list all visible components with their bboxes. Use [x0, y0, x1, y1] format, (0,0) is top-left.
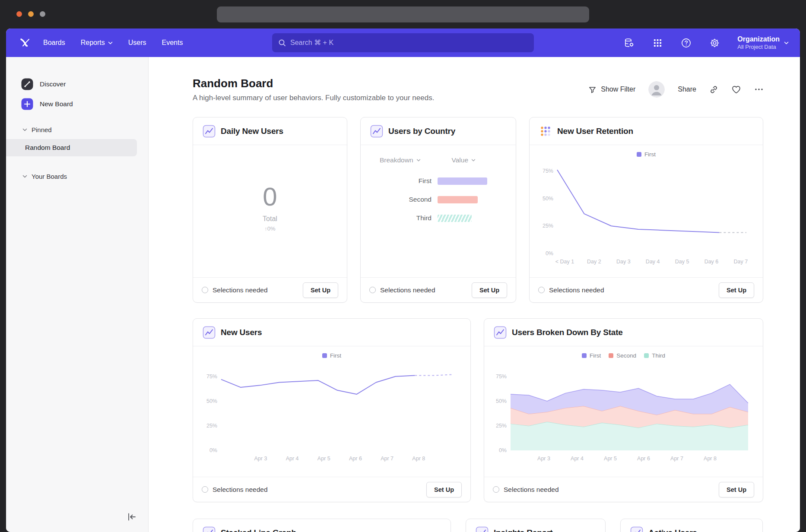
legend-swatch: [322, 353, 327, 358]
line-chart-icon: [630, 526, 643, 532]
empty-circle-icon: [202, 486, 208, 493]
chart-legend: First: [530, 151, 763, 158]
set-up-button[interactable]: Set Up: [719, 282, 754, 298]
help-icon[interactable]: [680, 37, 692, 48]
card-body: FirstSecondThird 75%50%25%0%Apr 3Apr 4Ap…: [484, 346, 763, 477]
svg-text:0%: 0%: [546, 250, 553, 256]
set-up-button[interactable]: Set Up: [472, 282, 507, 298]
legend-item: Third: [644, 352, 665, 359]
nav-label-events: Events: [162, 39, 183, 47]
by-state-chart: 75%50%25%0%Apr 3Apr 4Apr 5Apr 6Apr 7Apr …: [492, 361, 756, 463]
more-options-button[interactable]: [754, 85, 764, 94]
status-selections-needed: Selections needed: [202, 286, 268, 294]
show-filter-button[interactable]: Show Filter: [588, 86, 635, 94]
card-footer: Selections needed Set Up: [530, 277, 763, 302]
zoom-window-button[interactable]: [40, 11, 45, 17]
line-chart-icon: [476, 526, 489, 532]
card-title: Stacked Line Graph: [221, 528, 296, 532]
address-bar[interactable]: [217, 6, 589, 22]
nav-label-users: Users: [128, 39, 146, 47]
chevron-down-icon: [784, 41, 789, 44]
svg-text:Apr 6: Apr 6: [349, 456, 362, 462]
retention-chart: 75%50%25%0%< Day 1Day 2Day 3Day 4Day 5Da…: [538, 159, 754, 266]
nav-item-users[interactable]: Users: [128, 39, 146, 47]
chevron-down-icon: [22, 175, 27, 178]
metric-label: Total: [263, 215, 277, 223]
org-name: Organization: [737, 35, 780, 44]
card-footer: Selections needed Set Up: [484, 477, 763, 502]
collapse-sidebar-button[interactable]: [127, 512, 137, 523]
org-project-switcher[interactable]: Organization All Project Data: [737, 35, 789, 51]
board-content: Random Board A high-level summary of use…: [149, 57, 800, 532]
traffic-lights: [16, 11, 45, 17]
svg-text:Apr 7: Apr 7: [670, 456, 683, 462]
user-avatar-icon: [648, 81, 665, 98]
card-title: New User Retention: [557, 127, 633, 136]
set-up-button[interactable]: Set Up: [719, 482, 754, 497]
legend-swatch: [637, 152, 641, 157]
legend-swatch: [582, 353, 587, 358]
discover-label: Discover: [40, 80, 66, 88]
close-window-button[interactable]: [16, 11, 22, 17]
card-users-by-country: Users by Country Breakdown Value: [360, 117, 516, 303]
set-up-button[interactable]: Set Up: [303, 282, 338, 298]
country-row: Second: [361, 196, 516, 203]
card-title: Users Broken Down By State: [512, 328, 623, 337]
global-search[interactable]: [272, 33, 534, 52]
data-management-icon[interactable]: [623, 37, 635, 48]
card-title: Active Users: [648, 528, 697, 532]
svg-text:< Day 1: < Day 1: [555, 259, 574, 265]
nav-item-events[interactable]: Events: [162, 39, 183, 47]
legend-label: First: [590, 352, 601, 359]
card-title: Insights Report: [494, 528, 552, 532]
sidebar-item-discover[interactable]: Discover: [6, 74, 148, 94]
svg-text:Day 3: Day 3: [616, 259, 631, 265]
settings-gear-icon[interactable]: [709, 37, 720, 48]
svg-text:Apr 5: Apr 5: [604, 456, 617, 462]
card-header: New User Retention: [530, 117, 763, 145]
set-up-button[interactable]: Set Up: [426, 482, 462, 497]
legend-item: Second: [609, 352, 636, 359]
copy-link-button[interactable]: [709, 85, 718, 94]
sidebar-section-pinned[interactable]: Pinned: [6, 122, 148, 137]
value-dropdown[interactable]: Value: [452, 156, 476, 164]
ellipsis-icon: [754, 85, 764, 94]
sidebar-item-new-board[interactable]: New Board: [6, 94, 148, 114]
country-row-bar: [438, 215, 472, 222]
country-row-label: Second: [361, 196, 432, 203]
svg-text:Apr 4: Apr 4: [286, 456, 299, 462]
country-row-bar: [438, 196, 478, 203]
favorite-button[interactable]: [731, 85, 741, 94]
avatar[interactable]: [648, 81, 665, 98]
status-text: Selections needed: [504, 486, 559, 494]
top-navigation: Boards Reports Users Events: [6, 28, 800, 57]
country-columns: Breakdown Value: [361, 156, 516, 164]
heart-icon: [731, 85, 741, 94]
project-name: All Project Data: [737, 44, 780, 51]
svg-text:Apr 4: Apr 4: [571, 456, 584, 462]
breakdown-label: Breakdown: [380, 156, 413, 164]
mixpanel-logo[interactable]: [19, 37, 31, 49]
nav-item-boards[interactable]: Boards: [43, 39, 65, 47]
card-daily-new-users: Daily New Users 0 Total ↑0% Selections n…: [193, 117, 347, 303]
empty-circle-icon: [538, 287, 545, 293]
chart-legend: FirstSecondThird: [484, 352, 763, 359]
sidebar-section-your-boards[interactable]: Your Boards: [6, 168, 148, 184]
svg-text:75%: 75%: [495, 374, 506, 380]
svg-text:Day 6: Day 6: [704, 259, 719, 265]
nav-item-reports[interactable]: Reports: [81, 39, 113, 47]
share-button[interactable]: Share: [678, 86, 696, 93]
card-footer: Selections needed Set Up: [193, 277, 347, 302]
metric-value: 0: [263, 182, 277, 212]
pinned-label: Pinned: [32, 126, 52, 133]
search-input[interactable]: [290, 39, 528, 47]
chevron-down-icon: [471, 159, 476, 162]
svg-text:Apr 5: Apr 5: [317, 456, 330, 462]
breakdown-dropdown[interactable]: Breakdown: [380, 156, 421, 164]
legend-item: First: [637, 151, 656, 158]
minimize-window-button[interactable]: [28, 11, 34, 17]
new-board-plus-icon: [21, 98, 34, 111]
apps-grid-icon[interactable]: [652, 37, 663, 48]
sidebar-item-random-board[interactable]: Random Board: [6, 139, 137, 156]
empty-circle-icon: [202, 287, 208, 293]
